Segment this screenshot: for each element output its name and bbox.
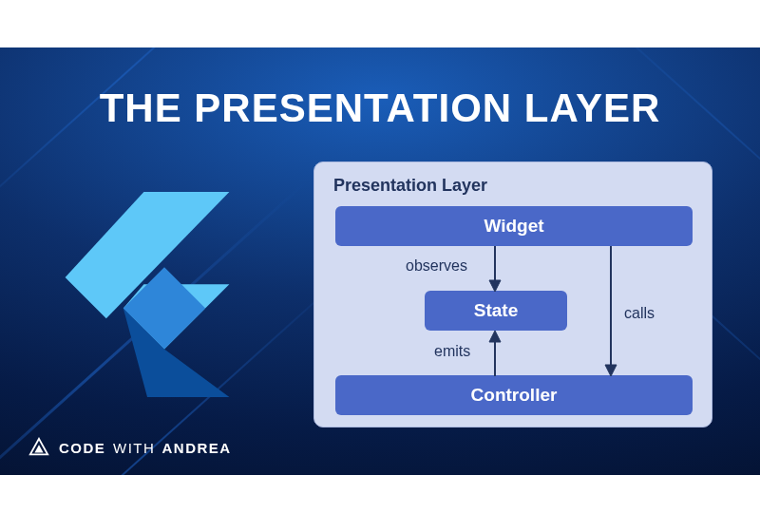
arrow-label-observes: observes — [406, 257, 467, 275]
arrow-label-calls: calls — [624, 305, 655, 322]
brand-text-andrea: ANDREA — [162, 440, 231, 456]
arrow-label-emits: emits — [434, 343, 470, 360]
slide: THE PRESENTATION LAYER Presentation Laye… — [0, 48, 760, 475]
diagram-box-state: State — [425, 291, 567, 331]
diagram-box-controller: Controller — [335, 375, 693, 415]
page-title: THE PRESENTATION LAYER — [0, 86, 760, 131]
svg-marker-5 — [489, 280, 501, 292]
diagram-box-widget: Widget — [335, 206, 693, 246]
brand-text-with: WITH — [113, 440, 155, 456]
arrow-controller-to-state-icon — [485, 331, 504, 376]
brand-badge: CODE WITH ANDREA — [28, 437, 232, 458]
flutter-logo-icon — [62, 190, 233, 399]
brand-text-code: CODE — [59, 440, 105, 456]
svg-marker-7 — [489, 331, 501, 342]
svg-marker-9 — [605, 365, 617, 376]
arrow-widget-to-controller-icon — [601, 246, 620, 376]
brand-mark-icon — [28, 437, 49, 458]
diagram-panel: Presentation Layer Widget State Controll… — [314, 162, 712, 428]
arrow-widget-to-state-icon — [485, 246, 504, 292]
diagram-panel-title: Presentation Layer — [333, 176, 693, 196]
